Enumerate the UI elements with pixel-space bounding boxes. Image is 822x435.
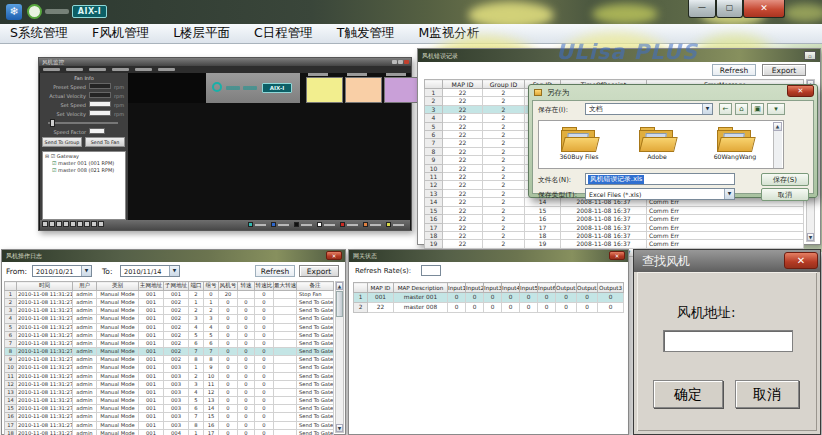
- column-header[interactable]: Input1: [448, 283, 466, 293]
- table-row[interactable]: 92010-11-08 11:31:27adminManual Mode0010…: [5, 356, 334, 364]
- close-icon[interactable]: ✕: [784, 252, 818, 269]
- table-row[interactable]: 222master 008000000000: [354, 303, 624, 313]
- refresh-rate-input[interactable]: [421, 265, 441, 276]
- file-list[interactable]: 360Buy Files Adobe 60WangWang: [538, 120, 784, 169]
- set-velocity-input[interactable]: [89, 110, 111, 116]
- views-icon[interactable]: ▾: [767, 103, 785, 115]
- table-row[interactable]: 112010-11-08 11:31:27adminManual Mode001…: [5, 372, 334, 380]
- column-header[interactable]: MAP ID: [443, 80, 483, 89]
- table-row[interactable]: 62010-11-08 11:31:27adminManual Mode0010…: [5, 331, 334, 339]
- column-header[interactable]: 组号: [204, 282, 219, 291]
- menu-item[interactable]: C日程管理: [254, 25, 313, 42]
- table-row[interactable]: 15222152008-11-08 16:37Comm Err: [425, 206, 804, 214]
- speed-factor-input[interactable]: [89, 128, 105, 134]
- column-header[interactable]: 子网地址: [164, 282, 189, 291]
- close-icon[interactable]: ✕: [787, 85, 814, 97]
- monitor-menu-bar[interactable]: [39, 66, 411, 73]
- table-row[interactable]: 17222172008-11-08 16:37Comm Err: [425, 223, 804, 231]
- table-row[interactable]: 122010-11-08 11:31:27adminManual Mode001…: [5, 380, 334, 388]
- table-row[interactable]: 22010-11-08 11:31:27adminManual Mode0010…: [5, 299, 334, 307]
- slider-thumb[interactable]: [50, 119, 55, 127]
- menu-item[interactable]: T触发管理: [337, 25, 395, 42]
- column-header[interactable]: Input5: [520, 283, 538, 293]
- close-icon[interactable]: ✕: [326, 251, 342, 260]
- chevron-down-icon[interactable]: ▼: [81, 266, 91, 276]
- column-header[interactable]: Output1: [556, 283, 577, 293]
- column-header[interactable]: 备注: [297, 282, 334, 291]
- send-to-fan-button[interactable]: Send To Fan: [85, 137, 125, 147]
- save-button[interactable]: 保存(S): [761, 173, 809, 186]
- column-header[interactable]: [425, 80, 443, 89]
- refresh-button[interactable]: Refresh: [712, 64, 756, 76]
- tree-node[interactable]: master 001 (001 RPM): [52, 160, 125, 167]
- set-speed-input[interactable]: [89, 101, 111, 107]
- maximize-button[interactable]: ▢: [716, 0, 743, 18]
- tree-node[interactable]: master 008 (021 RPM): [52, 167, 125, 174]
- table-row[interactable]: 18222182008-11-08 16:37Comm Err: [425, 231, 804, 239]
- menu-item[interactable]: L楼层平面: [173, 25, 230, 42]
- send-to-group-button[interactable]: Send To Group: [42, 137, 82, 147]
- scrollbar[interactable]: ▲ ▼: [335, 281, 344, 433]
- menu-item[interactable]: S系统管理: [10, 25, 68, 42]
- chevron-down-icon[interactable]: ▼: [169, 266, 179, 276]
- maximize-button[interactable]: [398, 60, 403, 64]
- column-header[interactable]: 用户: [73, 282, 97, 291]
- status-tile-1[interactable]: [306, 77, 343, 103]
- export-button[interactable]: Export: [299, 265, 339, 277]
- table-row[interactable]: 172010-11-08 11:31:27adminManual Mode001…: [5, 421, 334, 429]
- from-date-combobox[interactable]: 2010/10/21 ▼: [32, 265, 92, 277]
- gateway-window-titlebar[interactable]: 网关状态: [349, 250, 628, 262]
- filename-input[interactable]: 风机错误记录.xls: [585, 173, 735, 185]
- table-row[interactable]: 1001master 001000000000: [354, 293, 624, 303]
- cancel-button[interactable]: 取消: [761, 188, 809, 201]
- restore-icon[interactable]: ▫: [804, 51, 816, 60]
- column-header[interactable]: Input6: [538, 283, 556, 293]
- column-header[interactable]: 转速: [238, 282, 255, 291]
- table-row[interactable]: 102010-11-08 11:31:27adminManual Mode001…: [5, 364, 334, 372]
- save-dialog-titlebar[interactable]: 另存为: [529, 85, 817, 100]
- table-row[interactable]: 16222162008-11-08 16:37Comm Err: [425, 215, 804, 223]
- column-header[interactable]: MAP ID: [368, 283, 394, 293]
- folder-item[interactable]: 360Buy Files: [547, 125, 611, 160]
- scroll-down-icon[interactable]: ▼: [807, 233, 814, 241]
- column-header[interactable]: 转速比: [255, 282, 274, 291]
- column-header[interactable]: 风机号: [219, 282, 238, 291]
- column-header[interactable]: 端口: [189, 282, 204, 291]
- table-row[interactable]: 152010-11-08 11:31:27adminManual Mode001…: [5, 405, 334, 413]
- table-row[interactable]: 12010-11-08 11:31:21adminManual Mode0010…: [5, 291, 334, 299]
- table-row[interactable]: 32010-11-08 11:31:27adminManual Mode0010…: [5, 307, 334, 315]
- close-icon[interactable]: ✕: [609, 251, 625, 260]
- log-window-titlebar[interactable]: 风机操作日志: [2, 250, 345, 262]
- table-row[interactable]: 142010-11-08 11:31:27adminManual Mode001…: [5, 397, 334, 405]
- column-header[interactable]: 时间: [17, 282, 73, 291]
- column-header[interactable]: 最大转速: [274, 282, 297, 291]
- status-tile-2[interactable]: [345, 77, 382, 103]
- chevron-down-icon[interactable]: ▼: [724, 189, 734, 199]
- back-icon[interactable]: ←: [719, 103, 732, 115]
- monitor-window-titlebar[interactable]: 风机监控: [39, 58, 411, 66]
- ok-button[interactable]: 确定: [653, 380, 723, 408]
- column-header[interactable]: Input4: [502, 283, 520, 293]
- table-row[interactable]: 42010-11-08 11:31:27adminManual Mode0010…: [5, 315, 334, 323]
- status-tile-3[interactable]: [384, 77, 421, 103]
- export-button[interactable]: Export: [762, 64, 806, 76]
- column-header[interactable]: Input2: [466, 283, 484, 293]
- statusbar-buttons[interactable]: [42, 221, 104, 227]
- table-row[interactable]: 162010-11-08 11:31:27adminManual Mode001…: [5, 413, 334, 421]
- folder-item[interactable]: 60WangWang: [703, 125, 767, 160]
- device-tree[interactable]: Gatewaymaster 001 (001 RPM)master 008 (0…: [42, 151, 126, 220]
- column-header[interactable]: Group ID: [483, 80, 525, 89]
- minimize-button[interactable]: —: [688, 0, 716, 18]
- column-header[interactable]: [5, 282, 17, 291]
- column-header[interactable]: MAP Description: [394, 283, 448, 293]
- up-folder-icon[interactable]: ⌂: [735, 103, 748, 115]
- menu-item[interactable]: F风机管理: [92, 25, 149, 42]
- table-row[interactable]: 72010-11-08 11:31:27adminManual Mode0010…: [5, 339, 334, 347]
- column-header[interactable]: Output3: [598, 283, 624, 293]
- column-header[interactable]: Input3: [484, 283, 502, 293]
- column-header[interactable]: Output2: [577, 283, 598, 293]
- cancel-button[interactable]: 取消: [735, 380, 799, 408]
- table-row[interactable]: 82010-11-08 11:31:27adminManual Mode0010…: [5, 348, 334, 356]
- scroll-down-icon[interactable]: ▼: [336, 424, 343, 432]
- scroll-up-icon[interactable]: ▲: [336, 282, 343, 290]
